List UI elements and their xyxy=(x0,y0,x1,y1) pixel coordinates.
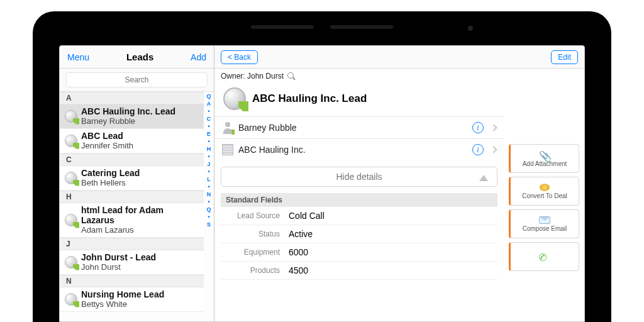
index-letter[interactable] xyxy=(208,169,209,175)
index-letter[interactable] xyxy=(208,184,209,190)
index-letter[interactable]: C xyxy=(207,116,211,122)
section-header: H xyxy=(60,191,204,203)
search-wrap xyxy=(60,69,214,92)
standard-fields-header: Standard Fields xyxy=(221,193,497,207)
section-header: C xyxy=(60,153,204,166)
front-camera xyxy=(468,26,473,31)
list-item[interactable]: Catering LeadBeth Hellers xyxy=(60,166,204,191)
call-button[interactable]: ✆ xyxy=(509,242,579,271)
lead-icon xyxy=(65,214,77,226)
section-header: J xyxy=(60,238,204,250)
leads-sidebar: Menu Leads Add AABC Hauling Inc. LeadBar… xyxy=(60,46,214,321)
detail-panel: < Back Edit Owner: John Durst ABC Haulin… xyxy=(214,46,584,321)
search-icon[interactable] xyxy=(287,72,295,80)
field-label: Products xyxy=(226,265,289,275)
lead-contact: Beth Hellers xyxy=(81,178,140,187)
field-value: 4500 xyxy=(289,265,308,275)
related-company-name: ABC Hauling Inc. xyxy=(238,145,467,155)
related-company-row[interactable]: ABC Hauling Inc. i xyxy=(214,138,504,160)
detail-header: < Back Edit xyxy=(214,46,584,69)
index-letter[interactable] xyxy=(208,124,209,130)
action-column: 📎 Add Attachment Convert To Deal Compose… xyxy=(509,84,584,321)
lead-icon xyxy=(65,172,77,184)
add-attachment-button[interactable]: 📎 Add Attachment xyxy=(509,144,579,173)
info-icon[interactable]: i xyxy=(472,122,484,133)
index-letter[interactable]: L xyxy=(207,177,211,182)
lead-contact: Adam Lazarus xyxy=(81,225,197,235)
building-icon xyxy=(222,144,233,155)
field-value: Cold Call xyxy=(289,211,325,221)
back-button[interactable]: < Back xyxy=(221,50,258,64)
index-letter[interactable]: S xyxy=(207,222,211,228)
standard-fields: Standard Fields Lead SourceCold CallStat… xyxy=(221,193,497,280)
lead-name: Catering Lead xyxy=(81,168,140,178)
field-row: Lead SourceCold Call xyxy=(221,207,497,225)
field-value: Active xyxy=(289,229,313,239)
alphabet-index[interactable]: QACEHJLNQS xyxy=(205,94,213,228)
phone-icon: ✆ xyxy=(538,251,551,262)
sidebar-title: Leads xyxy=(126,52,153,62)
owner-label: Owner: John Durst xyxy=(221,72,284,80)
convert-deal-label: Convert To Deal xyxy=(522,192,567,199)
index-letter[interactable] xyxy=(208,199,209,205)
field-row: Equipment6000 xyxy=(221,243,497,262)
section-header: N xyxy=(60,275,204,287)
envelope-icon xyxy=(539,216,550,224)
chevron-right-icon xyxy=(490,146,497,153)
paperclip-icon: 📎 xyxy=(539,150,550,159)
index-letter[interactable]: N xyxy=(207,192,211,197)
list-item[interactable]: ABC Hauling Inc. LeadBarney Rubble xyxy=(60,104,204,129)
index-letter[interactable] xyxy=(208,154,209,160)
lead-name: html Lead for Adam Lazarus xyxy=(81,205,197,225)
field-label: Lead Source xyxy=(226,211,289,221)
lead-icon xyxy=(65,135,77,147)
lead-icon xyxy=(65,256,77,269)
index-letter[interactable] xyxy=(208,109,209,114)
triangle-up-icon xyxy=(479,175,488,181)
index-letter[interactable]: Q xyxy=(206,94,211,99)
lead-contact: John Durst xyxy=(81,262,156,272)
list-item[interactable]: John Durst - LeadJohn Durst xyxy=(60,250,204,275)
list-item[interactable]: Nursing Home LeadBettys White xyxy=(60,287,204,312)
index-letter[interactable]: Q xyxy=(206,207,211,213)
info-icon[interactable]: i xyxy=(472,144,484,155)
sidebar-header: Menu Leads Add xyxy=(60,46,214,69)
hide-details-toggle[interactable]: Hide details xyxy=(221,167,497,187)
lead-name: Nursing Home Lead xyxy=(81,289,164,299)
lead-name: ABC Lead xyxy=(81,131,133,141)
search-input[interactable] xyxy=(66,72,208,87)
menu-button[interactable]: Menu xyxy=(67,52,89,62)
index-letter[interactable]: J xyxy=(207,162,210,167)
lead-icon xyxy=(223,87,246,110)
lead-contact: Jennifer Smith xyxy=(81,141,133,150)
field-row: Products4500 xyxy=(221,262,497,280)
index-letter[interactable]: E xyxy=(207,131,211,137)
index-letter[interactable] xyxy=(208,139,209,145)
edit-button[interactable]: Edit xyxy=(551,50,578,64)
lead-name: John Durst - Lead xyxy=(81,252,156,262)
compose-email-button[interactable]: Compose Email xyxy=(509,209,579,238)
field-value: 6000 xyxy=(289,247,308,257)
lead-name: ABC Hauling Inc. Lead xyxy=(81,106,175,116)
field-label: Status xyxy=(226,229,289,239)
coin-icon xyxy=(540,184,550,191)
field-label: Equipment xyxy=(226,247,289,257)
hide-details-label: Hide details xyxy=(336,172,382,182)
lead-list[interactable]: AABC Hauling Inc. LeadBarney RubbleABC L… xyxy=(60,92,214,321)
lead-icon xyxy=(65,293,77,306)
index-letter[interactable]: A xyxy=(207,101,211,107)
related-contact-name: Barney Rubble xyxy=(238,123,467,133)
lead-title: ABC Hauling Inc. Lead xyxy=(252,92,367,105)
lead-contact: Barney Rubble xyxy=(81,116,175,126)
add-button[interactable]: Add xyxy=(191,52,206,62)
convert-deal-button[interactable]: Convert To Deal xyxy=(509,177,579,206)
owner-row: Owner: John Durst xyxy=(214,69,584,84)
related-contact-row[interactable]: Barney Rubble i xyxy=(214,116,504,138)
index-letter[interactable] xyxy=(208,214,209,220)
index-letter[interactable]: H xyxy=(207,147,211,152)
compose-email-label: Compose Email xyxy=(523,225,567,232)
section-header: A xyxy=(60,92,204,104)
list-item[interactable]: html Lead for Adam LazarusAdam Lazarus xyxy=(60,203,204,238)
lead-title-row: ABC Hauling Inc. Lead xyxy=(214,84,504,116)
list-item[interactable]: ABC LeadJennifer Smith xyxy=(60,129,204,153)
